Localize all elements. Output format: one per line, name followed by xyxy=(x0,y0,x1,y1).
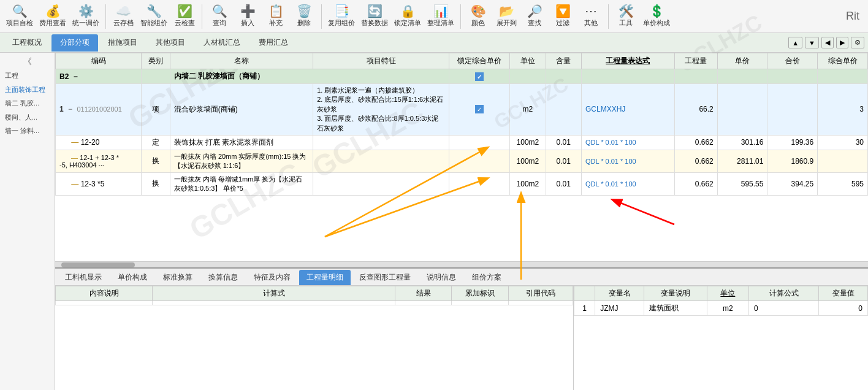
bottom-tab-unit-comp[interactable]: 单价构成 xyxy=(110,270,154,285)
cell-qty-expr: QDL * 0.01 * 100 xyxy=(581,172,674,195)
tool-replace-data[interactable]: 🔄 替换数据 xyxy=(359,4,390,29)
scrollbar-thumb[interactable] xyxy=(61,262,135,267)
tool-copy-combine[interactable]: 📑 复用组价 xyxy=(326,4,357,29)
tool-organize-clear[interactable]: 📊 整理清单 xyxy=(425,4,457,29)
cell-unit-price: 595.55 xyxy=(717,172,767,195)
tab-parts[interactable]: 分部分项 xyxy=(51,34,98,52)
tool-unify-adjust[interactable]: ⚙️ 统一调价 xyxy=(70,4,102,29)
cell-type: 换 xyxy=(142,150,170,172)
bottom-tab-desc[interactable]: 说明信息 xyxy=(419,270,463,285)
bottom-left-table: 内容说明 计算式 结果 累加标识 引用代码 xyxy=(55,286,573,305)
tool-other[interactable]: ⋯ 其他 xyxy=(577,4,604,29)
cell-var-name: JZMJ xyxy=(595,301,644,316)
unit-price-icon: 💲 xyxy=(649,5,664,17)
cell-total xyxy=(767,69,818,84)
cell-lock[interactable]: ✓ xyxy=(449,84,510,136)
bottom-tab-labor[interactable]: 工料机显示 xyxy=(58,270,109,285)
tool-query[interactable]: 🔍 查询 xyxy=(206,4,233,29)
tool-unit-price[interactable]: 💲 单价构成 xyxy=(641,4,672,29)
cell-lock xyxy=(449,172,510,195)
cell-code: — 12-1 + 12-3 *-5, H403004 ··· xyxy=(56,150,142,172)
cell-content xyxy=(546,69,581,84)
bottom-tab-chart[interactable]: 反查图形工程量 xyxy=(352,270,418,285)
tool-cloud-store[interactable]: ☁️ 云存档 xyxy=(110,4,137,29)
bottom-tab-price-plan[interactable]: 组价方案 xyxy=(465,270,509,285)
tool-cloud-check[interactable]: ✅ 云检查 xyxy=(171,4,198,29)
cell-type: 换 xyxy=(142,172,170,195)
tabbar-left[interactable]: ◀ xyxy=(821,37,834,48)
sidebar-collapse-btn[interactable]: 《 xyxy=(2,55,52,69)
cloud-store-icon: ☁️ xyxy=(116,5,131,17)
cell-unit-price: 301.16 xyxy=(717,135,767,150)
sidebar-item-wall-coating[interactable]: 墙一 涂料... xyxy=(2,124,52,138)
bottom-tab-calc-info[interactable]: 换算信息 xyxy=(201,270,245,285)
table-row: — 12-3 *5 换 一般抹灰 内墙 每增减1mm厚 换为【水泥石灰砂浆1:0… xyxy=(56,172,868,195)
cell-empty4 xyxy=(452,301,508,305)
bottom-tab-qty-detail[interactable]: 工程量明细 xyxy=(299,270,351,285)
rit-text[interactable]: Rit xyxy=(841,10,864,23)
th-var-name: 变量名 xyxy=(595,286,644,301)
sidebar-item-main-deco[interactable]: 主面装饰工程 xyxy=(2,83,52,97)
bottom-tab-feature[interactable]: 特征及内容 xyxy=(246,270,298,285)
cell-row-num: 1 xyxy=(574,301,595,316)
cell-feature xyxy=(313,172,449,195)
tool-filter[interactable]: 🔽 过滤 xyxy=(549,4,576,29)
table-row: B2 − 内墙二 乳胶漆墙面（商铺） ✓ xyxy=(56,69,868,84)
tool-fee-check[interactable]: 💰 费用查看 xyxy=(37,4,69,29)
tool-expand[interactable]: 📂 展开到 xyxy=(493,4,520,29)
data-table: 编码 类别 名称 项目特征 锁定综合单价 单位 含量 工程量表达式 工程量 单价… xyxy=(55,53,868,196)
filter-icon: 🔽 xyxy=(555,5,571,17)
expand-btn[interactable]: − xyxy=(74,72,78,81)
cell-var-desc: 建筑面积 xyxy=(644,301,707,316)
tool-supplement[interactable]: 📋 补充 xyxy=(262,4,289,29)
cell-comp-unit: 595 xyxy=(818,172,868,195)
row-num-label: 1 xyxy=(59,105,64,113)
th-qty: 工程量 xyxy=(674,53,717,69)
other-icon: ⋯ xyxy=(585,5,597,17)
sidebar-item-ceiling[interactable]: 楼间、人... xyxy=(2,110,52,124)
tool-tool[interactable]: 🛠️ 工具 xyxy=(612,4,639,29)
cell-unit: 100m2 xyxy=(510,150,546,172)
cell-lock[interactable]: ✓ xyxy=(449,69,510,84)
tabbar-settings[interactable]: ⚙ xyxy=(851,37,864,48)
cell-unit: m2 xyxy=(707,301,748,316)
tool-smart-combine[interactable]: 🔧 智能组价 xyxy=(138,4,170,29)
grid-area[interactable]: 编码 类别 名称 项目特征 锁定综合单价 单位 含量 工程量表达式 工程量 单价… xyxy=(55,53,868,261)
tab-labor-summary[interactable]: 人材机汇总 xyxy=(195,34,249,52)
tool-lock-clear[interactable]: 🔒 锁定清单 xyxy=(392,4,424,29)
tool-project-check[interactable]: 🔍 项目自检 xyxy=(4,4,36,29)
cell-qty-expr: GCLMXXHJ xyxy=(581,84,674,136)
tool-insert[interactable]: ➕ 插入 xyxy=(234,4,261,29)
expand-btn[interactable]: − xyxy=(68,105,72,113)
sidebar-item-wall-latex[interactable]: 墙二 乳胶... xyxy=(2,96,52,110)
tool-delete[interactable]: 🗑️ 删除 xyxy=(291,4,318,29)
cell-total: 1860.9 xyxy=(767,150,818,172)
grid-scrollbar[interactable] xyxy=(55,261,868,267)
tab-fee-summary[interactable]: 费用汇总 xyxy=(250,34,297,52)
tabbar-up[interactable]: ▲ xyxy=(788,37,802,48)
cell-total: 199.36 xyxy=(767,135,818,150)
tab-measures[interactable]: 措施项目 xyxy=(99,34,146,52)
cell-total: 394.25 xyxy=(767,172,818,195)
tabbar-down[interactable]: ▼ xyxy=(805,37,819,48)
find-icon: 🔎 xyxy=(527,5,542,17)
smart-combine-icon: 🔧 xyxy=(147,5,162,17)
cell-comp-unit: 30 xyxy=(818,135,868,150)
bottom-right: 变量名 变量说明 单位 计算公式 变量值 1 JZMJ xyxy=(574,286,868,390)
cell-feature xyxy=(313,135,449,150)
cell-qty-expr: QDL * 0.01 * 100 xyxy=(581,150,674,172)
tool-color[interactable]: 🎨 颜色 xyxy=(465,4,492,29)
th-cumulative: 累加标识 xyxy=(452,286,508,301)
bottom-tab-std-calc[interactable]: 标准换算 xyxy=(156,270,200,285)
sidebar-item-project[interactable]: 工程 xyxy=(2,69,52,83)
cell-content: 0.01 xyxy=(546,150,581,172)
tabbar-right[interactable]: ▶ xyxy=(836,37,848,48)
tab-other-items[interactable]: 其他项目 xyxy=(147,34,194,52)
tab-overview[interactable]: 工程概况 xyxy=(4,34,50,52)
toolbar-sep-2 xyxy=(202,4,202,29)
bottom-panel: 工料机显示 单价构成 标准换算 换算信息 特征及内容 工程量明细 反查图形工程量… xyxy=(55,267,868,390)
cell-comp-unit xyxy=(818,150,868,172)
cell-qty-expr: QDL * 0.01 * 100 xyxy=(581,135,674,150)
tool-find[interactable]: 🔎 查找 xyxy=(521,4,548,29)
th-content-desc: 内容说明 xyxy=(56,286,153,301)
